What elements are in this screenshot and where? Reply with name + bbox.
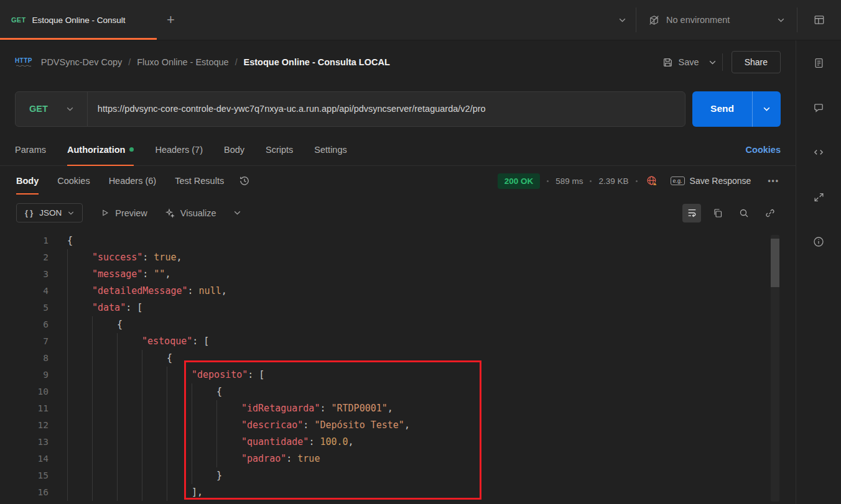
request-tab-estoque-online[interactable]: GET Estoque Online - Consult — [0, 0, 157, 40]
indent-guide — [117, 417, 142, 434]
copy-response-icon[interactable] — [709, 204, 727, 222]
token-pun: : [ — [192, 336, 209, 347]
app-window: GET Estoque Online - Consult + No enviro… — [0, 0, 841, 504]
status-badge[interactable]: 200 OK — [498, 173, 541, 189]
sparkle-icon — [165, 208, 175, 218]
line-content: "estoque": [ — [67, 333, 209, 350]
vertical-scrollbar[interactable] — [771, 235, 779, 502]
request-tab-scripts[interactable]: Scripts — [266, 134, 293, 165]
indent-guide — [117, 350, 142, 367]
add-tab-button[interactable]: + — [167, 13, 175, 27]
more-options-icon[interactable]: ••• — [768, 176, 779, 185]
visualize-button[interactable]: Visualize — [165, 208, 216, 218]
breadcrumb-request-name[interactable]: Estoque Online - Consulta LOCAL — [244, 57, 390, 67]
tab-overflow-chevron[interactable] — [609, 18, 636, 22]
indent-guide — [142, 451, 167, 467]
response-tab-test-results[interactable]: Test Results — [175, 166, 224, 196]
link-icon[interactable] — [761, 204, 779, 222]
indent-guide — [92, 333, 117, 350]
info-icon[interactable] — [808, 231, 829, 252]
visualize-chevron-icon[interactable] — [234, 211, 241, 215]
indent-guide — [67, 333, 92, 350]
right-sidebar — [796, 40, 841, 504]
http-protocol-icon: HTTP — [15, 58, 32, 67]
response-tab-body[interactable]: Body — [16, 166, 39, 196]
token-pun: , — [348, 436, 354, 447]
token-pun: : — [286, 453, 297, 464]
network-warning-globe-icon[interactable] — [646, 175, 658, 187]
tab-label: Test Results — [175, 176, 224, 186]
token-pun: , — [404, 419, 410, 431]
send-options-chevron[interactable] — [752, 91, 781, 127]
token-pun: : — [303, 419, 314, 431]
related-requests-icon[interactable] — [808, 186, 829, 208]
request-tab-params[interactable]: Params — [15, 134, 46, 165]
cookies-link[interactable]: Cookies — [746, 145, 781, 155]
url-input[interactable]: https://pdvsync-core-controle-dev-ywc7q7… — [88, 104, 685, 114]
line-content: { — [67, 350, 172, 367]
response-history-icon[interactable] — [239, 175, 250, 186]
indent-guide — [192, 400, 216, 417]
response-body-viewer[interactable]: 1{2"success": true,3"message": "",4"deta… — [0, 230, 796, 504]
response-size[interactable]: 2.39 KB — [598, 176, 628, 186]
token-pun: : — [142, 252, 154, 263]
format-label: JSON — [39, 208, 62, 218]
preview-button[interactable]: Preview — [100, 208, 147, 218]
share-button[interactable]: Share — [732, 51, 781, 73]
line-number: 6 — [9, 316, 49, 333]
request-tab-body[interactable]: Body — [224, 134, 244, 165]
indent-guide — [142, 383, 167, 400]
request-tab-settings[interactable]: Settings — [314, 134, 346, 165]
indent-guide — [192, 451, 216, 467]
save-options-chevron[interactable] — [703, 60, 722, 65]
search-response-icon[interactable] — [735, 204, 753, 222]
response-time[interactable]: 589 ms — [555, 176, 583, 186]
indent-guide — [192, 467, 216, 484]
indent-guide — [167, 383, 192, 400]
send-button[interactable]: Send — [692, 91, 752, 127]
line-number: 1 — [9, 232, 49, 249]
token-key: "quantidade" — [241, 436, 309, 447]
content-dot — [129, 147, 134, 152]
save-response-button[interactable]: e.g. Save Response — [671, 176, 751, 186]
save-icon — [662, 57, 673, 68]
token-key: "data" — [92, 302, 126, 313]
request-tab-headers-7[interactable]: Headers (7) — [155, 134, 203, 165]
line-content: } — [67, 467, 222, 484]
topbar-right-controls: No environment — [609, 0, 841, 40]
save-button[interactable]: Save — [659, 53, 703, 71]
breadcrumb-folder[interactable]: Fluxo Online - Estoque — [137, 57, 229, 67]
breadcrumb-collection[interactable]: PDVSync-Dev Copy — [41, 57, 123, 67]
code-line-14: 14"padrao": true — [0, 451, 796, 467]
token-pun: : [ — [126, 302, 142, 313]
indent-guide — [92, 383, 117, 400]
body-row: HTTP PDVSync-Dev Copy / Fluxo Online - E… — [0, 40, 841, 504]
response-format-select[interactable]: { } JSON — [16, 203, 83, 222]
indent-guide — [67, 300, 92, 316]
documentation-icon[interactable] — [808, 52, 829, 73]
wrap-text-toggle[interactable] — [682, 204, 701, 222]
http-protocol-text: HTTP — [15, 58, 32, 64]
request-tab-authorization[interactable]: Authorization — [67, 134, 134, 165]
indent-guide — [216, 417, 241, 434]
method-selector[interactable]: GET — [16, 92, 87, 126]
indent-guide — [117, 484, 142, 501]
scrollbar-thumb[interactable] — [771, 239, 779, 287]
environment-selector[interactable]: No environment — [636, 15, 797, 25]
line-content: "deposito": [ — [67, 367, 264, 383]
token-str: "RTDP0001" — [332, 403, 388, 414]
breadcrumb-row: HTTP PDVSync-Dev Copy / Fluxo Online - E… — [0, 40, 796, 84]
environment-quick-look-icon[interactable] — [797, 14, 841, 25]
main-panel: HTTP PDVSync-Dev Copy / Fluxo Online - E… — [0, 40, 796, 504]
code-snippet-icon[interactable] — [808, 142, 829, 163]
token-pun: { — [216, 386, 222, 397]
indent-guide — [117, 434, 142, 451]
response-tab-headers-6[interactable]: Headers (6) — [109, 166, 157, 196]
code-line-4: 4"detailedMessage": null, — [0, 283, 796, 300]
code-line-10: 10{ — [0, 383, 796, 400]
indent-guide — [67, 467, 92, 484]
response-tab-cookies[interactable]: Cookies — [57, 166, 90, 196]
comments-icon[interactable] — [808, 97, 829, 118]
code-line-6: 6{ — [0, 316, 796, 333]
token-key: "deposito" — [192, 369, 248, 380]
